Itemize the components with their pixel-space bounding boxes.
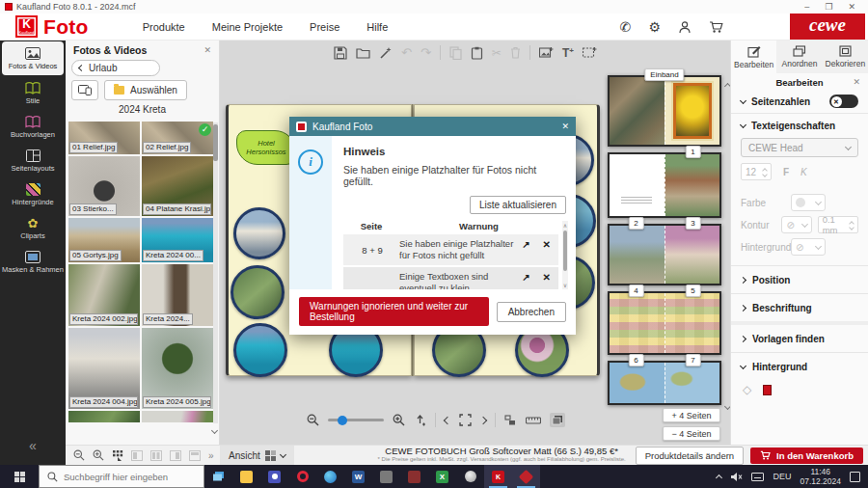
ruler-icon[interactable] <box>526 416 541 425</box>
dialog-close-icon[interactable]: ✕ <box>561 122 569 131</box>
warning-row[interactable]: 10 + 11 Einige Textboxen sind eventuell … <box>343 267 558 289</box>
task-view-button[interactable] <box>204 465 232 488</box>
photo-thumbnail[interactable]: Kreta 2024 002.jpg <box>68 264 140 326</box>
tab-bearbeiten[interactable]: Bearbeiten <box>731 41 776 73</box>
account-icon[interactable] <box>678 20 692 34</box>
refresh-list-button[interactable]: Liste aktualisieren <box>470 196 566 214</box>
font-family-select[interactable]: CEWE Head <box>741 138 858 157</box>
import-from-device-button[interactable] <box>71 80 98 100</box>
text-color-dropdown[interactable] <box>791 194 826 211</box>
cewe-app-taskbar-button[interactable] <box>512 465 540 488</box>
section-beschriftung[interactable]: Beschriftung <box>741 295 858 320</box>
sort-layout-icon[interactable] <box>131 450 143 461</box>
section-position[interactable]: Position <box>741 267 858 292</box>
notes-button[interactable] <box>372 465 400 488</box>
sidebar-item-hintergruende[interactable]: Hintergründe <box>0 177 66 211</box>
spread-view-icon[interactable] <box>550 413 565 427</box>
copy-icon[interactable] <box>449 46 462 60</box>
dialog-scrollbar[interactable]: ∧ ∨ <box>562 221 568 289</box>
menu-produkte[interactable]: Produkte <box>143 21 185 33</box>
action-center-icon[interactable] <box>850 472 860 482</box>
cut-icon[interactable]: ✂ <box>492 46 502 60</box>
section-seitenzahlen[interactable]: Seitenzahlen ✕ <box>731 91 868 112</box>
start-button[interactable] <box>0 465 39 488</box>
single-page-view-icon[interactable] <box>504 415 517 426</box>
photo-placeholder-circle[interactable] <box>231 265 285 319</box>
remove-pages-button[interactable]: − 4 Seiten <box>663 426 720 441</box>
hotel-label-clipart[interactable]: Hotel Hersonissos <box>236 130 296 165</box>
collapse-sidebar-button[interactable]: « <box>0 438 66 453</box>
tab-dekorieren[interactable]: Dekorieren <box>823 41 868 73</box>
sidebar-item-buchvorlagen[interactable]: Buchvorlagen <box>0 110 66 144</box>
photo-list-scrollbar[interactable] <box>213 122 218 423</box>
phone-icon[interactable]: ✆ <box>620 19 632 35</box>
photo-thumbnail[interactable]: Kreta 2024... <box>142 264 213 326</box>
cover-spread-thumbnail[interactable]: Einband <box>608 75 721 147</box>
menu-meine-projekte[interactable]: Meine Projekte <box>212 21 283 33</box>
photo-thumbnail[interactable]: Kreta 2024 004.jpg <box>68 328 140 409</box>
select-photos-button[interactable]: Auswählen <box>104 80 187 100</box>
sidebar-item-stile[interactable]: Stile <box>0 76 66 110</box>
thumbnails-zoom-out-icon[interactable] <box>73 449 85 461</box>
diamond-icon[interactable]: ◇ <box>743 383 751 396</box>
photo-thumbnail[interactable]: 04 Platane Krasi.jpg <box>142 156 213 216</box>
add-text-icon[interactable]: T+ <box>562 46 574 60</box>
close-panel-icon[interactable]: ✕ <box>853 77 860 87</box>
volume-muted-icon[interactable] <box>730 472 743 482</box>
stepper-down-icon[interactable] <box>762 172 768 177</box>
product-details-button[interactable]: Produktdetails ändern <box>636 447 744 465</box>
zoom-slider-knob[interactable] <box>338 416 347 425</box>
font-size-stepper[interactable]: 12 <box>741 163 772 180</box>
zoom-slider[interactable] <box>328 419 384 421</box>
dismiss-warning-icon[interactable]: ✕ <box>543 239 551 250</box>
clock[interactable]: 11:46 07.12.2024 <box>800 467 841 486</box>
ignore-warnings-button[interactable]: Warnungen ignorieren und weiter zur Best… <box>299 297 489 326</box>
photo-thumbnail[interactable] <box>142 411 213 422</box>
paste-icon[interactable] <box>471 46 483 60</box>
scroll-up-icon[interactable]: ∧ <box>562 222 568 229</box>
goto-page-icon[interactable]: ↗ <box>522 272 529 283</box>
more-tools-icon[interactable]: » <box>208 450 214 461</box>
magic-wand-icon[interactable] <box>379 46 393 60</box>
add-pages-button[interactable]: + 4 Seiten <box>663 408 720 422</box>
menu-preise[interactable]: Preise <box>310 21 339 33</box>
fullscreen-icon[interactable] <box>459 414 472 426</box>
photo-app-button[interactable] <box>400 465 428 488</box>
minimize-button[interactable]: – <box>804 0 809 14</box>
bold-button[interactable]: F <box>783 167 789 177</box>
background-color-sample[interactable] <box>763 385 772 395</box>
photo-thumbnail[interactable]: 03 Stierko... <box>68 156 140 216</box>
page-spread-thumbnail[interactable]: 6 7 <box>608 361 721 405</box>
delete-icon[interactable] <box>510 46 521 59</box>
view-mode-button[interactable]: Ansicht <box>220 446 294 465</box>
sort-layout-icon[interactable] <box>170 450 181 461</box>
sort-layout-icon[interactable] <box>189 450 201 461</box>
page-spread-thumbnail[interactable]: 2 3 <box>608 224 721 285</box>
menu-hilfe[interactable]: Hilfe <box>366 21 388 33</box>
text-background-dropdown[interactable]: ⊘ <box>791 238 826 256</box>
close-photos-panel-icon[interactable]: ✕ <box>203 45 211 55</box>
back-to-urlaub-button[interactable]: Urlaub <box>71 60 160 76</box>
seitenzahlen-toggle[interactable]: ✕ <box>829 95 858 108</box>
zoom-out-icon[interactable] <box>307 414 319 426</box>
goto-page-icon[interactable]: ↗ <box>522 239 529 250</box>
excel-button[interactable]: X <box>428 465 456 488</box>
add-image-icon[interactable] <box>539 46 554 59</box>
opera-button[interactable] <box>288 465 316 488</box>
photo-thumbnail[interactable]: Kreta 2024 005.jpg <box>142 328 213 409</box>
browser-sphere-button[interactable] <box>456 465 484 488</box>
section-hintergrund[interactable]: Hintergrund <box>741 354 858 379</box>
gear-icon[interactable]: ⚙ <box>648 19 661 35</box>
teams-button[interactable] <box>260 465 288 488</box>
photo-placeholder-circle[interactable] <box>233 323 287 377</box>
photo-thumbnail[interactable]: Kreta 2024 00... <box>142 218 213 262</box>
edge-button[interactable] <box>316 465 344 488</box>
add-frame-icon[interactable] <box>583 46 597 59</box>
file-explorer-button[interactable] <box>232 465 260 488</box>
page-spread-thumbnail[interactable]: 4 5 <box>608 291 721 355</box>
word-button[interactable]: W <box>344 465 372 488</box>
italic-button[interactable]: K <box>800 167 807 177</box>
outline-width-stepper[interactable]: 0.1 mm <box>818 216 858 233</box>
photo-thumbnail[interactable]: ✓ 02 Relief.jpg <box>142 122 213 154</box>
warning-row[interactable]: 8 + 9 Sie haben einige Platzhalter für F… <box>343 234 558 265</box>
